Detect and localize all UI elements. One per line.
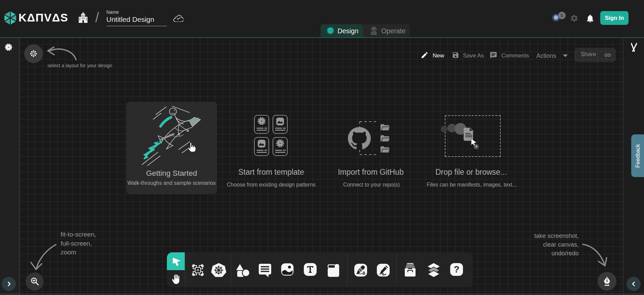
- svg-text:?: ?: [454, 264, 460, 275]
